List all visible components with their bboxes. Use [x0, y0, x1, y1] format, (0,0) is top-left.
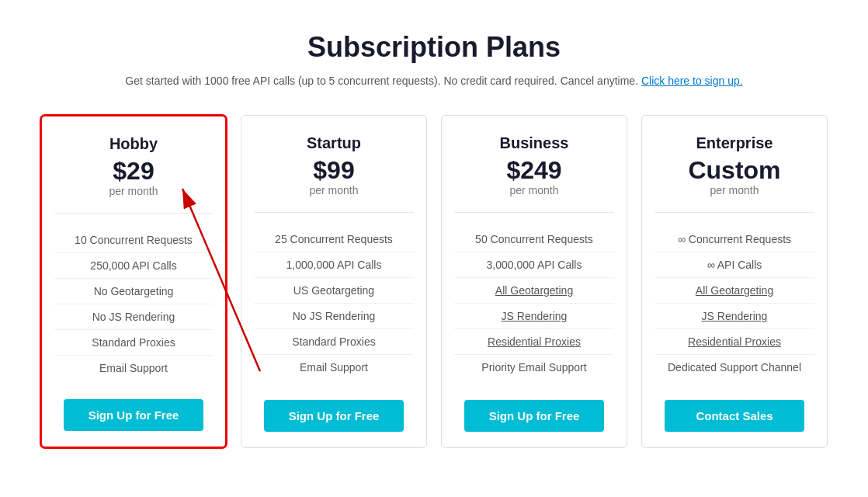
plan-button-hobby[interactable]: Sign Up for Free: [64, 399, 203, 431]
list-item: No JS Rendering: [54, 304, 213, 330]
list-item: Residential Proxies: [654, 329, 814, 355]
feature-link-business-3[interactable]: JS Rendering: [502, 310, 568, 322]
list-item: Email Support: [54, 356, 213, 381]
list-item: Dedicated Support Channel: [654, 355, 814, 380]
plan-price-enterprise: Custom: [688, 157, 780, 184]
feature-link-enterprise-3[interactable]: JS Rendering: [702, 310, 768, 322]
plan-price-startup: $99: [313, 157, 354, 184]
feature-link-enterprise-4[interactable]: Residential Proxies: [688, 335, 781, 348]
subtitle-text: Get started with 1000 free API calls (up…: [125, 75, 638, 87]
list-item: 250,000 API Calls: [54, 253, 213, 279]
signup-link[interactable]: Click here to sign up.: [641, 75, 743, 87]
plan-price-hobby: $29: [113, 158, 154, 185]
list-item: JS Rendering: [454, 304, 614, 329]
list-item: Standard Proxies: [254, 329, 414, 355]
list-item: All Geotargeting: [654, 278, 814, 304]
page-title: Subscription Plans: [16, 31, 852, 64]
feature-link-business-4[interactable]: Residential Proxies: [488, 335, 581, 348]
list-item: Email Support: [254, 355, 414, 380]
plan-card-enterprise: EnterpriseCustomper month∞ Concurrent Re…: [641, 115, 828, 448]
plan-period-enterprise: per month: [710, 184, 759, 196]
plan-features-enterprise: ∞ Concurrent Requests∞ API CallsAll Geot…: [654, 227, 814, 381]
plan-divider-business: [454, 212, 614, 213]
plan-features-hobby: 10 Concurrent Requests250,000 API CallsN…: [54, 228, 213, 381]
plan-features-startup: 25 Concurrent Requests1,000,000 API Call…: [254, 227, 414, 381]
plan-name-startup: Startup: [307, 134, 361, 152]
plan-divider-startup: [254, 212, 414, 213]
list-item: Standard Proxies: [54, 330, 213, 356]
subtitle: Get started with 1000 free API calls (up…: [16, 75, 852, 87]
list-item: US Geotargeting: [254, 278, 414, 304]
plan-card-hobby: Hobby$29per month10 Concurrent Requests2…: [40, 115, 227, 448]
list-item: ∞ API Calls: [654, 252, 814, 278]
plan-period-hobby: per month: [109, 185, 158, 197]
plan-period-business: per month: [509, 184, 558, 196]
plan-name-hobby: Hobby: [109, 135, 158, 153]
plan-card-startup: Startup$99per month25 Concurrent Request…: [241, 115, 427, 448]
list-item: No JS Rendering: [254, 304, 414, 329]
list-item: JS Rendering: [654, 304, 814, 329]
list-item: ∞ Concurrent Requests: [654, 227, 814, 252]
list-item: 1,000,000 API Calls: [254, 252, 414, 278]
plan-period-startup: per month: [309, 184, 358, 196]
list-item: 10 Concurrent Requests: [54, 228, 213, 253]
plan-name-enterprise: Enterprise: [696, 134, 773, 152]
plan-divider-enterprise: [654, 212, 814, 213]
list-item: 3,000,000 API Calls: [454, 252, 614, 278]
list-item: Priority Email Support: [454, 355, 614, 380]
plan-button-enterprise[interactable]: Contact Sales: [665, 400, 804, 432]
list-item: All Geotargeting: [454, 278, 614, 304]
plans-grid: Hobby$29per month10 Concurrent Requests2…: [16, 115, 852, 448]
page-wrapper: Subscription Plans Get started with 1000…: [0, 0, 868, 479]
list-item: Residential Proxies: [454, 329, 614, 355]
list-item: No Geotargeting: [54, 279, 213, 304]
plan-name-business: Business: [500, 134, 569, 152]
list-item: 25 Concurrent Requests: [254, 227, 414, 252]
plan-button-startup[interactable]: Sign Up for Free: [264, 400, 404, 432]
plan-divider-hobby: [54, 213, 213, 214]
plan-price-business: $249: [506, 157, 561, 184]
plan-button-business[interactable]: Sign Up for Free: [464, 400, 604, 432]
feature-link-business-2[interactable]: All Geotargeting: [495, 284, 573, 297]
plan-features-business: 50 Concurrent Requests3,000,000 API Call…: [454, 227, 614, 381]
feature-link-enterprise-2[interactable]: All Geotargeting: [696, 284, 773, 297]
list-item: 50 Concurrent Requests: [454, 227, 614, 252]
plan-card-business: Business$249per month50 Concurrent Reque…: [441, 115, 627, 448]
